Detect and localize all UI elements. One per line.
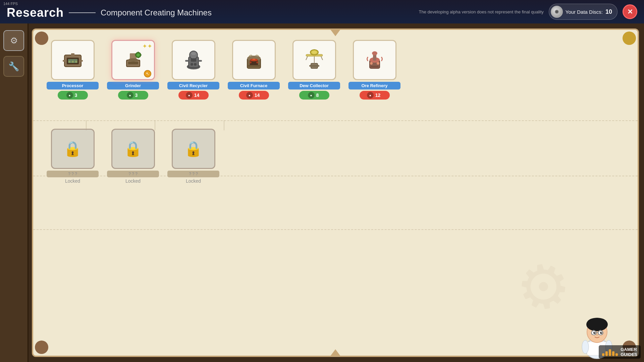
svg-point-55 — [593, 332, 595, 334]
machine-icon-wrapper-ore-refinery — [353, 40, 396, 80]
alpha-notice: The developing alpha version does not re… — [419, 9, 544, 14]
svg-point-57 — [594, 332, 595, 333]
svg-point-11 — [128, 58, 138, 62]
machine-icon-wrapper-grinder: ✦✦ ↖ — [111, 40, 155, 80]
dew-collector-icon — [301, 48, 328, 72]
board-watermark: ⚙ — [511, 248, 576, 326]
title-divider — [69, 12, 96, 13]
page-subtitle: Component Creating Machines — [101, 8, 212, 17]
row-divider-3 — [33, 229, 638, 230]
svg-rect-5 — [71, 53, 74, 56]
gear-icon: ⚙ — [10, 36, 18, 46]
machine-card-grinder[interactable]: ✦✦ ↖ Grinder — [107, 40, 159, 100]
svg-rect-26 — [199, 60, 202, 62]
svg-rect-48 — [371, 66, 379, 67]
svg-point-41 — [312, 51, 317, 54]
ore-refinery-name: Ore Refinery — [348, 82, 400, 89]
svg-point-33 — [256, 61, 258, 63]
cursor-indicator: ↖ — [144, 70, 151, 77]
civil-recycler-cost: ● 14 — [178, 91, 209, 100]
connector-3 — [224, 120, 224, 130]
machine-card-dew-collector[interactable]: Dew Collector ● 8 — [288, 40, 340, 100]
gg-bars-icon — [602, 348, 618, 356]
machines-grid: Processor ● 3 ✦✦ — [47, 40, 400, 100]
locked-card-3[interactable]: 🔒 ? ? ? Locked — [167, 129, 219, 184]
svg-rect-25 — [185, 60, 189, 62]
cost-icon-refinery: ● — [367, 92, 374, 99]
svg-point-62 — [582, 340, 589, 354]
svg-rect-18 — [128, 62, 138, 64]
grinder-name: Grinder — [107, 82, 159, 89]
board-triangle-bottom — [330, 349, 340, 356]
corner-tr — [623, 32, 636, 45]
machine-icon-wrapper-dew-collector — [292, 40, 336, 80]
processor-cost: ● 3 — [58, 91, 88, 100]
svg-point-23 — [191, 63, 193, 66]
svg-rect-31 — [248, 65, 260, 67]
civil-furnace-icon — [240, 48, 267, 72]
svg-point-13 — [137, 54, 140, 56]
svg-point-46 — [370, 62, 373, 65]
locked-label-3: Locked — [186, 178, 201, 184]
locked-card-1[interactable]: 🔒 ? ? ? Locked — [47, 129, 99, 184]
machine-card-processor[interactable]: Processor ● 3 — [47, 40, 99, 100]
locked-icon-wrapper-1: 🔒 — [51, 129, 95, 169]
processor-icon — [59, 48, 86, 72]
lock-icon-3: 🔒 — [184, 140, 203, 158]
main-content: ⚙ 🔧 ⚙ — [0, 23, 644, 362]
fps-counter: 144 FPS — [3, 2, 18, 6]
settings-button[interactable]: ⚙ — [3, 30, 24, 51]
cost-icon: ● — [66, 92, 73, 99]
machine-icon-wrapper-processor — [51, 40, 95, 80]
locked-icon-wrapper-3: 🔒 — [172, 129, 215, 169]
locked-machines-grid: 🔒 ? ? ? Locked 🔒 ? ? ? Locked 🔒 ? ? ? Lo… — [47, 129, 219, 184]
svg-point-58 — [601, 332, 602, 333]
data-discs-label: Your Data Discs: — [566, 9, 603, 15]
svg-point-8 — [75, 61, 77, 63]
svg-point-47 — [377, 62, 379, 65]
lock-icon-2: 🔒 — [124, 140, 142, 158]
data-discs-container: Your Data Discs: 10 — [549, 4, 618, 20]
close-button[interactable]: ✕ — [623, 4, 637, 19]
title-section: Research Component Creating Machines — [7, 6, 212, 20]
research-board: ⚙ Process — [32, 28, 639, 357]
svg-point-32 — [250, 61, 252, 63]
dew-collector-cost: ● 8 — [299, 91, 329, 100]
grinder-cost: ● 3 — [118, 91, 148, 100]
locked-label-2: Locked — [125, 178, 141, 184]
tools-button[interactable]: 🔧 — [3, 56, 24, 77]
page-title: Research — [7, 6, 64, 20]
wrench-icon: 🔧 — [8, 61, 19, 72]
svg-rect-3 — [63, 60, 66, 62]
processor-name: Processor — [47, 82, 99, 89]
locked-icon-wrapper-2: 🔒 — [111, 129, 155, 169]
grinder-icon — [120, 48, 147, 72]
locked-banner-3: ? ? ? — [167, 171, 219, 177]
svg-line-38 — [306, 56, 308, 60]
ore-refinery-cost: ● 12 — [360, 91, 390, 100]
svg-rect-35 — [309, 65, 319, 67]
disc-count: 10 — [605, 8, 612, 15]
cost-icon-recycler: ● — [186, 92, 193, 99]
data-disc-inner — [555, 10, 559, 14]
board-triangle-top — [330, 29, 340, 36]
svg-rect-4 — [79, 60, 83, 62]
cost-icon-dew: ● — [308, 92, 315, 99]
ore-refinery-icon — [361, 48, 388, 72]
civil-furnace-cost: ● 14 — [239, 91, 269, 100]
lock-icon-1: 🔒 — [63, 140, 82, 158]
locked-banner-1: ? ? ? — [47, 171, 99, 177]
machine-icon-wrapper-civil-recycler — [172, 40, 215, 80]
svg-point-45 — [372, 51, 377, 55]
sparkles-icon: ✦✦ — [142, 43, 152, 50]
sidebar: ⚙ 🔧 — [0, 23, 29, 362]
civil-furnace-name: Civil Furnace — [228, 82, 280, 89]
corner-bl — [35, 341, 48, 354]
svg-rect-22 — [191, 58, 196, 62]
machine-card-ore-refinery[interactable]: Ore Refinery ● 12 — [348, 40, 400, 100]
locked-card-2[interactable]: 🔒 ? ? ? Locked — [107, 129, 159, 184]
machine-card-civil-recycler[interactable]: Civil Recycler ● 14 — [167, 40, 219, 100]
gamer-guides-text: GAMERGUIDES — [621, 347, 637, 357]
machine-card-civil-furnace[interactable]: Civil Furnace ● 14 — [228, 40, 280, 100]
svg-point-24 — [194, 63, 197, 66]
